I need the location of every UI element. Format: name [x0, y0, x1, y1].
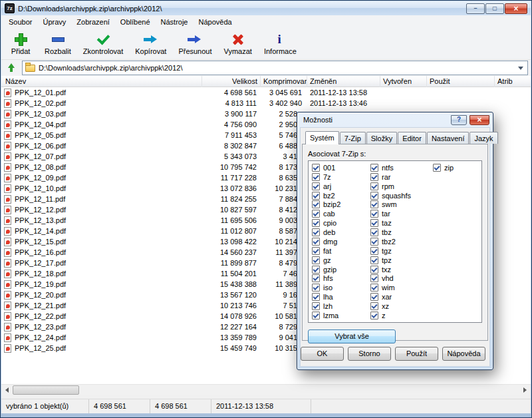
- column-header-compressed[interactable]: Komprimovan...: [261, 76, 307, 87]
- associations-list[interactable]: 0017zarjbz2bzip2cabcpiodebdmgfatgzgziphf…: [308, 160, 482, 323]
- format-association-item[interactable]: tar: [368, 209, 431, 218]
- format-association-item[interactable]: rar: [368, 172, 431, 182]
- menu-item-zobrazeni[interactable]: Zobrazení: [71, 15, 115, 29]
- format-association-item[interactable]: 7z: [310, 172, 368, 182]
- column-header-name[interactable]: Název: [1, 76, 202, 87]
- table-row[interactable]: PPK_12_01.pdf4 698 5613 045 6912011-12-1…: [1, 87, 531, 98]
- menu-item-nastroje[interactable]: Nástroje: [156, 15, 194, 29]
- checkbox-checked-icon[interactable]: [370, 247, 378, 255]
- format-association-item[interactable]: taz: [368, 218, 431, 228]
- address-dropdown-button[interactable]: [515, 61, 526, 75]
- test-button[interactable]: Zkontrolovat: [77, 30, 130, 56]
- checkbox-checked-icon[interactable]: [433, 164, 441, 172]
- title-bar[interactable]: 7z D:\Downloads\archivppk.zip\archivppk\…: [1, 1, 531, 15]
- checkbox-checked-icon[interactable]: [370, 182, 378, 190]
- dialog-help-button[interactable]: [451, 115, 467, 125]
- format-association-item[interactable]: ntfs: [368, 163, 431, 172]
- checkbox-checked-icon[interactable]: [312, 284, 320, 292]
- tab-folders[interactable]: Složky: [366, 132, 397, 144]
- checkbox-checked-icon[interactable]: [370, 284, 378, 292]
- tab-editor[interactable]: Editor: [398, 132, 426, 144]
- menu-item-soubor[interactable]: Soubor: [3, 15, 37, 29]
- checkbox-checked-icon[interactable]: [312, 238, 320, 246]
- format-association-item[interactable]: iso: [310, 283, 368, 292]
- scrollbar-thumb[interactable]: [13, 385, 79, 395]
- checkbox-checked-icon[interactable]: [370, 256, 378, 264]
- format-association-item[interactable]: 001: [310, 163, 368, 172]
- cancel-button[interactable]: Storno: [348, 347, 391, 361]
- format-association-item[interactable]: hfs: [310, 274, 368, 284]
- format-association-item[interactable]: squashfs: [368, 191, 431, 200]
- checkbox-checked-icon[interactable]: [312, 302, 320, 310]
- checkbox-checked-icon[interactable]: [312, 312, 320, 319]
- format-association-item[interactable]: xar: [368, 292, 431, 302]
- tab-language[interactable]: Jazyk: [469, 132, 497, 144]
- format-association-item[interactable]: vhd: [368, 274, 431, 284]
- checkbox-checked-icon[interactable]: [312, 274, 320, 282]
- parent-folder-button[interactable]: [4, 61, 19, 75]
- checkbox-checked-icon[interactable]: [312, 228, 320, 236]
- format-association-item[interactable]: z: [368, 311, 431, 320]
- format-association-item[interactable]: tbz: [368, 228, 431, 237]
- info-button[interactable]: Informace: [258, 30, 303, 56]
- format-association-item[interactable]: bz2: [310, 191, 368, 200]
- format-association-item[interactable]: dmg: [310, 237, 368, 246]
- format-association-item[interactable]: fat: [310, 246, 368, 256]
- checkbox-checked-icon[interactable]: [370, 164, 378, 172]
- column-header-attributes[interactable]: Atrib: [495, 76, 532, 87]
- menu-item-napoveda[interactable]: Nápověda: [193, 15, 237, 29]
- format-association-item[interactable]: rpm: [368, 182, 431, 191]
- checkbox-checked-icon[interactable]: [370, 293, 378, 301]
- checkbox-checked-icon[interactable]: [312, 247, 320, 255]
- close-button[interactable]: [505, 3, 527, 14]
- format-association-item[interactable]: tpz: [368, 256, 431, 265]
- column-header-created[interactable]: Vytvořen: [380, 76, 427, 87]
- menu-item-upravy[interactable]: Úpravy: [37, 15, 71, 29]
- move-button[interactable]: Přesunout: [172, 30, 217, 56]
- minimize-button[interactable]: [466, 3, 485, 14]
- tab-system[interactable]: Systém: [305, 131, 339, 144]
- checkbox-checked-icon[interactable]: [370, 219, 378, 227]
- format-association-item[interactable]: tgz: [368, 246, 431, 256]
- format-association-item[interactable]: cpio: [310, 218, 368, 228]
- column-header-accessed[interactable]: Použit: [427, 76, 495, 87]
- checkbox-checked-icon[interactable]: [370, 302, 378, 310]
- checkbox-checked-icon[interactable]: [312, 293, 320, 301]
- format-association-item[interactable]: zip: [431, 163, 480, 172]
- apply-button[interactable]: Použít: [395, 347, 438, 361]
- checkbox-checked-icon[interactable]: [370, 173, 378, 181]
- checkbox-checked-icon[interactable]: [370, 192, 378, 200]
- format-association-item[interactable]: txz: [368, 265, 431, 274]
- format-association-item[interactable]: lzh: [310, 302, 368, 311]
- dialog-title-bar[interactable]: Možnosti: [297, 112, 493, 126]
- checkbox-checked-icon[interactable]: [312, 256, 320, 264]
- checkbox-checked-icon[interactable]: [312, 173, 320, 181]
- checkbox-checked-icon[interactable]: [370, 238, 378, 246]
- delete-button[interactable]: Vymazat: [218, 30, 258, 56]
- address-combobox[interactable]: D:\Downloads\archivppk.zip\archivppk\201…: [22, 61, 528, 75]
- extract-button[interactable]: Rozbalit: [39, 30, 77, 56]
- column-header-modified[interactable]: Změněn: [307, 76, 380, 87]
- format-association-item[interactable]: wim: [368, 283, 431, 292]
- column-header-size[interactable]: Velikost: [202, 76, 261, 87]
- checkbox-checked-icon[interactable]: [312, 266, 320, 274]
- add-button[interactable]: Přidat: [3, 30, 39, 56]
- checkbox-checked-icon[interactable]: [370, 266, 378, 274]
- format-association-item[interactable]: gzip: [310, 265, 368, 274]
- format-association-item[interactable]: cab: [310, 209, 368, 218]
- scroll-left-button[interactable]: [1, 385, 13, 395]
- tab-7zip[interactable]: 7-Zip: [340, 132, 366, 144]
- format-association-item[interactable]: tbz2: [368, 237, 431, 246]
- format-association-item[interactable]: gz: [310, 256, 368, 265]
- format-association-item[interactable]: bzip2: [310, 200, 368, 210]
- checkbox-checked-icon[interactable]: [312, 192, 320, 200]
- checkbox-checked-icon[interactable]: [370, 312, 378, 319]
- checkbox-checked-icon[interactable]: [370, 210, 378, 218]
- select-all-button[interactable]: Vybrat vše: [308, 329, 396, 343]
- tab-settings[interactable]: Nastavení: [427, 132, 469, 144]
- menu-item-oblibene[interactable]: Oblíbené: [115, 15, 156, 29]
- checkbox-checked-icon[interactable]: [312, 219, 320, 227]
- horizontal-scrollbar[interactable]: [1, 384, 531, 395]
- format-association-item[interactable]: xz: [368, 302, 431, 311]
- table-row[interactable]: PPK_12_02.pdf4 813 1113 402 9402011-12-1…: [1, 98, 531, 108]
